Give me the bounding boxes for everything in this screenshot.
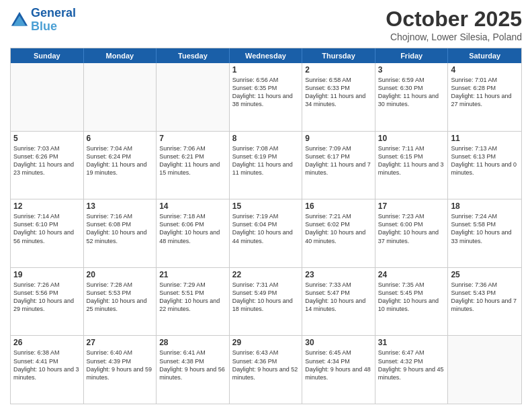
cal-cell: 22Sunrise: 7:31 AM Sunset: 5:49 PM Dayli… bbox=[230, 268, 303, 336]
header-day-saturday: Saturday bbox=[448, 48, 521, 63]
cal-cell: 13Sunrise: 7:16 AM Sunset: 6:08 PM Dayli… bbox=[84, 199, 157, 267]
cell-info: Sunrise: 7:04 AM Sunset: 6:24 PM Dayligh… bbox=[87, 144, 154, 177]
cell-date: 18 bbox=[451, 201, 519, 211]
cell-date: 15 bbox=[232, 201, 300, 211]
cal-cell: 25Sunrise: 7:36 AM Sunset: 5:43 PM Dayli… bbox=[448, 268, 521, 336]
cell-info: Sunrise: 6:40 AM Sunset: 4:39 PM Dayligh… bbox=[87, 349, 154, 381]
cell-date: 8 bbox=[232, 134, 300, 143]
cell-date: 7 bbox=[159, 134, 226, 143]
cell-info: Sunrise: 7:06 AM Sunset: 6:21 PM Dayligh… bbox=[159, 144, 226, 177]
cell-date: 17 bbox=[378, 201, 445, 211]
cell-date: 4 bbox=[451, 65, 519, 75]
cell-date: 28 bbox=[159, 338, 226, 347]
cell-date: 19 bbox=[13, 270, 81, 279]
cal-cell bbox=[11, 63, 84, 131]
cal-cell: 6Sunrise: 7:04 AM Sunset: 6:24 PM Daylig… bbox=[84, 132, 157, 199]
header: General Blue October 2025 Chojnow, Lower… bbox=[10, 7, 522, 42]
week-row-0: 1Sunrise: 6:56 AM Sunset: 6:35 PM Daylig… bbox=[11, 63, 521, 131]
month-title: October 2025 bbox=[386, 7, 522, 32]
week-row-1: 5Sunrise: 7:03 AM Sunset: 6:26 PM Daylig… bbox=[11, 131, 521, 199]
cell-date: 25 bbox=[451, 270, 519, 279]
logo-text: General Blue bbox=[31, 7, 76, 34]
cell-date: 27 bbox=[87, 338, 154, 347]
cell-info: Sunrise: 7:11 AM Sunset: 6:15 PM Dayligh… bbox=[378, 144, 445, 177]
cal-cell: 28Sunrise: 6:41 AM Sunset: 4:38 PM Dayli… bbox=[157, 336, 230, 404]
cell-info: Sunrise: 6:56 AM Sunset: 6:35 PM Dayligh… bbox=[232, 76, 300, 109]
cell-date: 1 bbox=[232, 65, 300, 75]
cell-date: 20 bbox=[87, 270, 154, 279]
logo-blue: Blue bbox=[31, 19, 57, 33]
cell-info: Sunrise: 7:23 AM Sunset: 6:00 PM Dayligh… bbox=[378, 212, 445, 245]
cal-cell: 26Sunrise: 6:38 AM Sunset: 4:41 PM Dayli… bbox=[11, 336, 84, 404]
cell-info: Sunrise: 7:03 AM Sunset: 6:26 PM Dayligh… bbox=[13, 144, 81, 177]
location-subtitle: Chojnow, Lower Silesia, Poland bbox=[386, 32, 522, 42]
page: General Blue October 2025 Chojnow, Lower… bbox=[0, 0, 532, 411]
cal-cell: 9Sunrise: 7:09 AM Sunset: 6:17 PM Daylig… bbox=[302, 132, 375, 199]
header-day-sunday: Sunday bbox=[11, 48, 84, 63]
cell-info: Sunrise: 6:59 AM Sunset: 6:30 PM Dayligh… bbox=[378, 76, 445, 109]
cal-cell: 30Sunrise: 6:45 AM Sunset: 4:34 PM Dayli… bbox=[302, 336, 375, 404]
cell-date: 9 bbox=[305, 134, 372, 143]
cell-date: 14 bbox=[159, 201, 226, 211]
cell-date: 29 bbox=[232, 338, 300, 347]
cal-cell: 21Sunrise: 7:29 AM Sunset: 5:51 PM Dayli… bbox=[157, 268, 230, 336]
cal-cell: 14Sunrise: 7:18 AM Sunset: 6:06 PM Dayli… bbox=[157, 199, 230, 267]
cal-cell: 5Sunrise: 7:03 AM Sunset: 6:26 PM Daylig… bbox=[11, 132, 84, 199]
cell-date: 11 bbox=[451, 134, 519, 143]
cell-info: Sunrise: 6:41 AM Sunset: 4:38 PM Dayligh… bbox=[159, 349, 226, 381]
logo-general: General bbox=[31, 6, 76, 19]
cal-cell: 3Sunrise: 6:59 AM Sunset: 6:30 PM Daylig… bbox=[375, 63, 449, 131]
cal-cell: 17Sunrise: 7:23 AM Sunset: 6:00 PM Dayli… bbox=[375, 199, 449, 267]
logo: General Blue bbox=[10, 7, 76, 34]
cell-info: Sunrise: 7:35 AM Sunset: 5:45 PM Dayligh… bbox=[378, 281, 445, 314]
cell-date: 21 bbox=[159, 270, 226, 279]
cell-info: Sunrise: 7:01 AM Sunset: 6:28 PM Dayligh… bbox=[451, 76, 519, 109]
cal-cell: 20Sunrise: 7:28 AM Sunset: 5:53 PM Dayli… bbox=[84, 268, 157, 336]
week-row-2: 12Sunrise: 7:14 AM Sunset: 6:10 PM Dayli… bbox=[11, 199, 521, 267]
cal-cell bbox=[157, 63, 230, 131]
header-day-friday: Friday bbox=[375, 48, 449, 63]
cal-cell: 19Sunrise: 7:26 AM Sunset: 5:56 PM Dayli… bbox=[11, 268, 84, 336]
cell-date: 13 bbox=[87, 201, 154, 211]
cal-cell: 12Sunrise: 7:14 AM Sunset: 6:10 PM Dayli… bbox=[11, 199, 84, 267]
cell-info: Sunrise: 7:09 AM Sunset: 6:17 PM Dayligh… bbox=[305, 144, 372, 177]
calendar: SundayMondayTuesdayWednesdayThursdayFrid… bbox=[10, 48, 522, 404]
cell-date: 31 bbox=[378, 338, 445, 347]
cell-info: Sunrise: 7:18 AM Sunset: 6:06 PM Dayligh… bbox=[159, 212, 226, 245]
title-block: October 2025 Chojnow, Lower Silesia, Pol… bbox=[386, 7, 522, 42]
cell-info: Sunrise: 6:38 AM Sunset: 4:41 PM Dayligh… bbox=[13, 349, 81, 381]
header-day-monday: Monday bbox=[84, 48, 157, 63]
cell-info: Sunrise: 7:19 AM Sunset: 6:04 PM Dayligh… bbox=[232, 212, 300, 245]
week-row-3: 19Sunrise: 7:26 AM Sunset: 5:56 PM Dayli… bbox=[11, 267, 521, 336]
cal-cell: 8Sunrise: 7:08 AM Sunset: 6:19 PM Daylig… bbox=[230, 132, 303, 199]
cell-date: 2 bbox=[305, 65, 372, 75]
cell-info: Sunrise: 7:33 AM Sunset: 5:47 PM Dayligh… bbox=[305, 281, 372, 314]
cell-info: Sunrise: 6:58 AM Sunset: 6:33 PM Dayligh… bbox=[305, 76, 372, 109]
cell-date: 3 bbox=[378, 65, 445, 75]
cell-info: Sunrise: 7:26 AM Sunset: 5:56 PM Dayligh… bbox=[13, 281, 81, 314]
cell-info: Sunrise: 7:29 AM Sunset: 5:51 PM Dayligh… bbox=[159, 281, 226, 314]
cal-cell: 29Sunrise: 6:43 AM Sunset: 4:36 PM Dayli… bbox=[230, 336, 303, 404]
cell-info: Sunrise: 7:24 AM Sunset: 5:58 PM Dayligh… bbox=[451, 212, 519, 245]
header-day-tuesday: Tuesday bbox=[157, 48, 230, 63]
cal-cell: 23Sunrise: 7:33 AM Sunset: 5:47 PM Dayli… bbox=[302, 268, 375, 336]
header-day-thursday: Thursday bbox=[302, 48, 375, 63]
cell-date: 12 bbox=[13, 201, 81, 211]
cell-date: 5 bbox=[13, 134, 81, 143]
cell-date: 26 bbox=[13, 338, 81, 347]
cell-date: 30 bbox=[305, 338, 372, 347]
cell-info: Sunrise: 7:28 AM Sunset: 5:53 PM Dayligh… bbox=[87, 281, 154, 314]
cell-info: Sunrise: 7:08 AM Sunset: 6:19 PM Dayligh… bbox=[232, 144, 300, 177]
cal-cell: 18Sunrise: 7:24 AM Sunset: 5:58 PM Dayli… bbox=[448, 199, 521, 267]
cal-cell: 15Sunrise: 7:19 AM Sunset: 6:04 PM Dayli… bbox=[230, 199, 303, 267]
cell-date: 10 bbox=[378, 134, 445, 143]
cal-cell: 16Sunrise: 7:21 AM Sunset: 6:02 PM Dayli… bbox=[302, 199, 375, 267]
cell-info: Sunrise: 7:21 AM Sunset: 6:02 PM Dayligh… bbox=[305, 212, 372, 245]
cal-cell: 27Sunrise: 6:40 AM Sunset: 4:39 PM Dayli… bbox=[84, 336, 157, 404]
header-day-wednesday: Wednesday bbox=[230, 48, 303, 63]
cell-info: Sunrise: 6:45 AM Sunset: 4:34 PM Dayligh… bbox=[305, 349, 372, 381]
cal-cell bbox=[84, 63, 157, 131]
cal-cell: 7Sunrise: 7:06 AM Sunset: 6:21 PM Daylig… bbox=[157, 132, 230, 199]
week-row-4: 26Sunrise: 6:38 AM Sunset: 4:41 PM Dayli… bbox=[11, 335, 521, 404]
cell-date: 6 bbox=[87, 134, 154, 143]
